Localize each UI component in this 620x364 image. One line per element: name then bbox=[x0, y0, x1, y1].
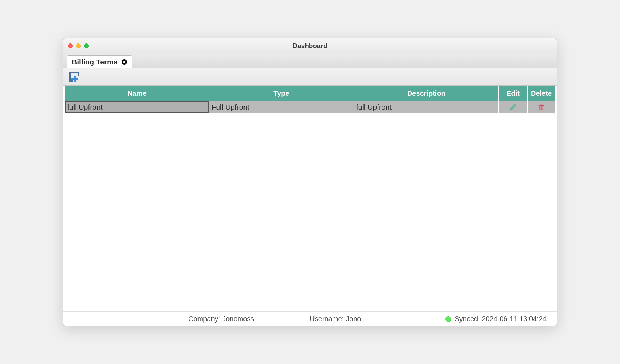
status-company: Company: Jonomoss bbox=[188, 315, 254, 323]
tab-billing-terms[interactable]: Billing Terms bbox=[67, 55, 132, 68]
trash-icon bbox=[530, 103, 553, 111]
status-sync-value: 2024-06-11 13:04:24 bbox=[482, 315, 547, 323]
status-sync-label: Synced: bbox=[455, 315, 482, 323]
billing-terms-table: Name Type Description Edit Delete full U… bbox=[64, 86, 556, 113]
sync-indicator-icon bbox=[445, 316, 451, 322]
add-button[interactable] bbox=[68, 71, 80, 83]
column-header-edit[interactable]: Edit bbox=[499, 86, 527, 101]
column-header-name[interactable]: Name bbox=[65, 86, 209, 101]
status-username-label: Username: bbox=[310, 315, 344, 323]
column-header-type[interactable]: Type bbox=[209, 86, 353, 101]
status-sync: Synced: 2024-06-11 13:04:24 bbox=[445, 315, 547, 323]
status-company-value: Jonomoss bbox=[222, 315, 254, 323]
column-header-delete[interactable]: Delete bbox=[528, 86, 555, 101]
cell-delete[interactable] bbox=[528, 101, 555, 113]
add-icon bbox=[68, 71, 80, 83]
tab-close-icon[interactable] bbox=[121, 58, 128, 65]
titlebar: Dashboard bbox=[63, 38, 557, 54]
traffic-lights bbox=[68, 43, 89, 48]
toolbar bbox=[63, 68, 557, 86]
svg-rect-2 bbox=[71, 78, 78, 80]
table-header-row: Name Type Description Edit Delete bbox=[65, 86, 555, 101]
window-maximize-button[interactable] bbox=[84, 43, 89, 48]
status-username: Username: Jono bbox=[310, 315, 361, 323]
column-header-description[interactable]: Description bbox=[354, 86, 498, 101]
cell-name[interactable]: full Upfront bbox=[65, 101, 209, 113]
table-row[interactable]: full Upfront Full Upfront full Upfront bbox=[65, 101, 555, 113]
tab-label: Billing Terms bbox=[72, 58, 117, 66]
window-close-button[interactable] bbox=[68, 43, 73, 48]
edit-icon bbox=[501, 103, 525, 111]
window-minimize-button[interactable] bbox=[76, 43, 81, 48]
status-company-label: Company: bbox=[188, 315, 220, 323]
content-area: Name Type Description Edit Delete full U… bbox=[63, 86, 557, 311]
app-window: Dashboard Billing Terms bbox=[63, 38, 557, 326]
cell-type[interactable]: Full Upfront bbox=[209, 101, 353, 113]
window-title: Dashboard bbox=[63, 42, 557, 50]
statusbar: Company: Jonomoss Username: Jono Synced:… bbox=[63, 311, 557, 326]
cell-edit[interactable] bbox=[499, 101, 527, 113]
status-username-value: Jono bbox=[346, 315, 361, 323]
cell-description[interactable]: full Upfront bbox=[354, 101, 498, 113]
tabbar: Billing Terms bbox=[63, 54, 557, 68]
